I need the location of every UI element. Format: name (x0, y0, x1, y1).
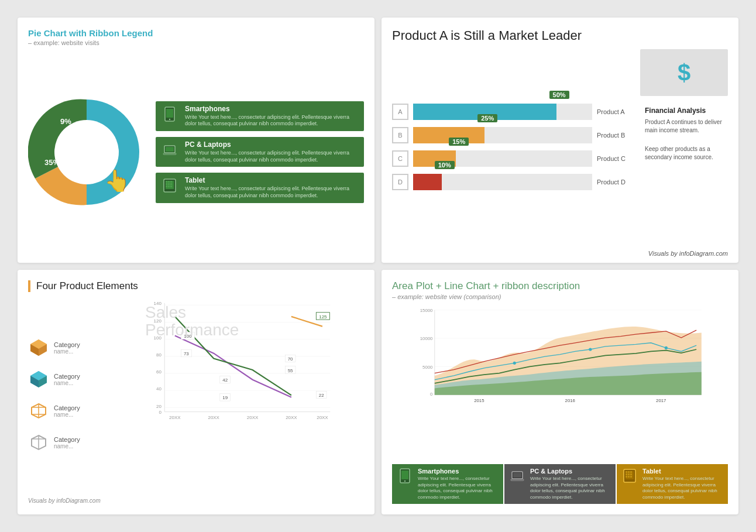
bar-chart: A 50% Product A B 25% Product B (392, 49, 632, 245)
bar-outer-a: 50% (413, 104, 592, 120)
legend-laptops-text: PC & Laptops Write Your text here..., co… (185, 140, 359, 163)
card1-body: 52% 35% 9% 👆 S (28, 52, 364, 252)
cube-icon-3 (28, 400, 49, 421)
svg-rect-99 (628, 473, 630, 475)
svg-text:20XX: 20XX (169, 415, 181, 420)
product-label-2: Categoryname... (54, 373, 80, 386)
svg-text:0: 0 (430, 392, 433, 397)
legend-laptops: PC & Laptops Write Your text here..., co… (156, 137, 364, 167)
card-product-elements: Four Product Elements Categoryname... (18, 270, 374, 515)
area-legend-smartphones-desc: Write Your text here..., consectetur adi… (418, 476, 499, 500)
product-label-3: Categoryname... (54, 404, 80, 418)
legend-list: Smartphones Write Your text here..., con… (156, 101, 364, 203)
bar-outer-b: 25% (413, 127, 592, 143)
svg-text:80: 80 (156, 352, 161, 357)
svg-text:10000: 10000 (420, 336, 433, 341)
bar-label-b: B (392, 127, 408, 143)
svg-text:5000: 5000 (422, 364, 433, 369)
legend-laptops-desc: Write Your text here..., consectetur adi… (185, 150, 359, 163)
svg-text:0: 0 (159, 410, 161, 415)
svg-point-86 (665, 346, 668, 349)
svg-rect-88 (401, 471, 408, 479)
svg-rect-2 (166, 109, 173, 118)
product-label-4: Categoryname... (54, 436, 80, 449)
svg-point-85 (589, 348, 592, 351)
svg-text:70: 70 (288, 356, 293, 362)
svg-rect-6 (163, 153, 176, 155)
cube-icon-1 (28, 337, 49, 358)
svg-text:20XX: 20XX (317, 415, 328, 420)
svg-rect-17 (170, 186, 172, 187)
tablet-icon (160, 176, 179, 195)
pie-label-35: 35% (44, 158, 60, 167)
bar-row-b: B 25% Product B (392, 127, 632, 143)
svg-text:125: 125 (319, 314, 327, 319)
svg-rect-96 (628, 471, 630, 473)
area-chart-container: 15000 10000 5000 0 2015 2016 2017 (392, 305, 728, 460)
svg-rect-15 (166, 186, 167, 187)
product-label-1: Categoryname... (54, 341, 80, 355)
bar-pct-c: 15% (449, 138, 469, 146)
area-chart-svg: 15000 10000 5000 0 2015 2016 2017 (392, 305, 728, 416)
svg-text:20: 20 (156, 403, 161, 409)
bar-label-a: A (392, 104, 408, 120)
bar-outer-d: 10% (413, 174, 592, 190)
svg-rect-100 (630, 473, 632, 475)
product-list: Categoryname... Categoryname... (28, 298, 104, 493)
bar-row-c: C 15% Product C (392, 150, 632, 167)
bar-pct-b: 25% (477, 114, 497, 122)
svg-text:15000: 15000 (420, 308, 433, 313)
area-legend-laptops-text: PC & Laptops Write Your text here..., co… (530, 468, 611, 500)
legend-smartphones: Smartphones Write Your text here..., con… (156, 101, 364, 131)
svg-rect-102 (628, 476, 630, 478)
dashboard: Pie Chart with Ribbon Legend – example: … (0, 0, 756, 532)
area-legend-laptops: PC & Laptops Write Your text here..., co… (504, 464, 616, 504)
svg-text:2015: 2015 (474, 397, 484, 403)
bar-pct-d: 10% (435, 161, 455, 169)
card3-footer: Visuals by infoDiagram.com (28, 497, 364, 504)
svg-point-3 (169, 118, 170, 119)
legend-smartphones-title: Smartphones (185, 105, 359, 113)
dollar-sign: $ (678, 60, 690, 86)
pie-label-9: 9% (60, 117, 71, 126)
area-legend-laptops-title: PC & Laptops (530, 468, 611, 475)
area-laptop-icon (509, 468, 525, 484)
bar-product-c: Product C (597, 155, 632, 162)
pie-label-52: 52% (84, 135, 99, 143)
pie-chart: 52% 35% 9% 👆 (28, 94, 145, 211)
svg-text:40: 40 (156, 386, 161, 392)
bar-label-d: D (392, 174, 408, 190)
svg-rect-11 (170, 181, 172, 183)
hand-icon: 👆 (104, 169, 130, 193)
svg-text:20XX: 20XX (208, 415, 219, 420)
legend-tablet-desc: Write Your text here..., consectetur adi… (185, 186, 359, 199)
svg-rect-91 (513, 473, 521, 478)
svg-text:2017: 2017 (656, 397, 666, 403)
svg-rect-92 (511, 479, 524, 480)
svg-text:73: 73 (184, 351, 189, 356)
svg-rect-13 (168, 183, 170, 185)
product-item-4: Categoryname... (28, 432, 104, 453)
financial-text1: Product A continues to deliver main inco… (645, 118, 723, 135)
financial-box: Financial Analysis Product A continues t… (640, 102, 728, 166)
financial-title: Financial Analysis (645, 107, 723, 115)
area-legend-tablet: Tablet Write Your text here..., consecte… (617, 464, 728, 504)
svg-rect-95 (626, 471, 627, 473)
card4-title: Area Plot + Line Chart + ribbon descript… (392, 280, 728, 292)
product-item-3: Categoryname... (28, 400, 104, 421)
legend-tablet-title: Tablet (185, 176, 359, 184)
bar-product-d: Product D (597, 179, 632, 186)
legend-smartphones-text: Smartphones Write Your text here..., con… (185, 105, 359, 128)
area-tablet-icon (621, 468, 638, 484)
svg-rect-103 (630, 476, 632, 478)
svg-rect-14 (170, 183, 172, 185)
svg-text:19: 19 (222, 395, 228, 400)
area-legend: Smartphones Write Your text here..., con… (392, 464, 728, 504)
legend-tablet-text: Tablet Write Your text here..., consecte… (185, 176, 359, 199)
sales-title: SalesPerformance (145, 304, 239, 340)
svg-text:20XX: 20XX (286, 415, 297, 420)
area-legend-smartphones: Smartphones Write Your text here..., con… (392, 464, 503, 504)
card-pie-chart: Pie Chart with Ribbon Legend – example: … (18, 18, 374, 263)
bar-label-c: C (392, 150, 408, 167)
financial-text2: Keep other products as a secondary incom… (645, 145, 723, 162)
